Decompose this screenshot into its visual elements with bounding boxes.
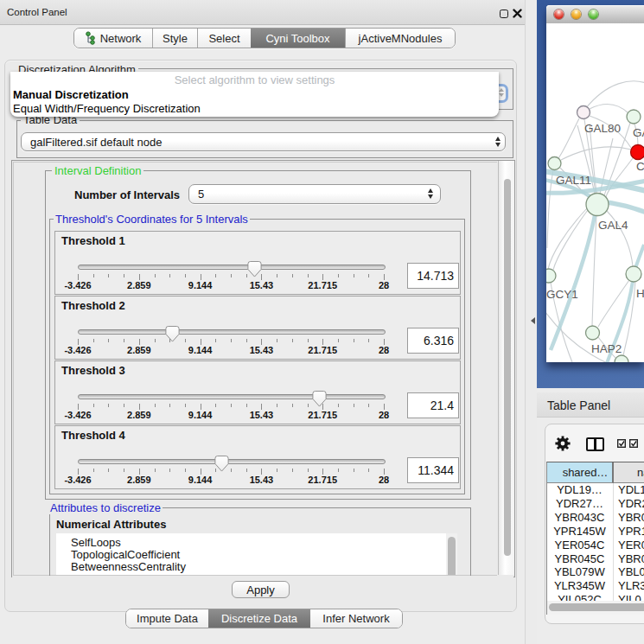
svg-text:GAL4: GAL4 [598, 219, 628, 232]
svg-text:C: C [636, 160, 644, 173]
svg-text:GAL11: GAL11 [556, 174, 591, 187]
svg-text:GAL80: GAL80 [584, 122, 621, 135]
svg-text:H: H [636, 287, 644, 300]
svg-text:GCY1: GCY1 [546, 288, 578, 301]
svg-text:GA: GA [633, 126, 644, 139]
svg-text:HAP2: HAP2 [591, 342, 622, 355]
